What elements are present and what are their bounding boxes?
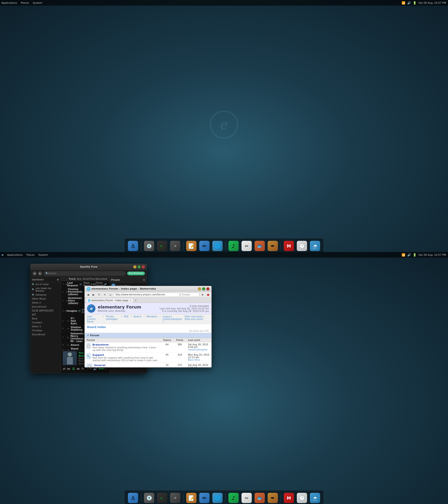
dock-clock-bottom[interactable]: 🕐 (296, 492, 308, 504)
brainstorm-icon: 📋 (87, 343, 90, 349)
panel-system-2[interactable]: System (38, 253, 48, 256)
dock-app8-bottom[interactable]: ✂ (241, 492, 253, 504)
sidebar-item-other-music[interactable]: Other Music (31, 297, 61, 301)
view-your-posts-link[interactable]: View your posts (185, 318, 203, 320)
sidebar-item-jack-johnson[interactable]: Jack Johnson (31, 305, 61, 309)
panel-places-2[interactable]: Places (26, 253, 35, 256)
spotify-maximize-btn[interactable]: □ (137, 265, 141, 269)
dock-clock-top[interactable]: 🕐 (296, 240, 308, 252)
forum-home-btn[interactable]: ⌂ (108, 292, 113, 297)
prev-btn[interactable]: ⏮ (67, 367, 70, 371)
dock-codeeditor-top[interactable]: ✏ (198, 240, 211, 252)
people-close-btn[interactable]: × (143, 278, 145, 282)
forum-back-btn[interactable]: ◀ (86, 292, 90, 297)
panel-applications-1[interactable]: Applications (1, 1, 17, 4)
forum-tab-close[interactable]: × (129, 299, 131, 302)
sidebar-item-soundtrack[interactable]: Soundtrack (31, 332, 61, 337)
dock-calc-top[interactable]: # (169, 240, 181, 252)
forum-bookmark-btn[interactable]: ★ (200, 292, 205, 297)
forum-close-btn[interactable]: × (206, 287, 210, 290)
nav-user-cp[interactable]: User Control Panel (87, 315, 101, 323)
spotify-forward-btn[interactable]: ▶ (38, 271, 42, 276)
panel-system-1[interactable]: System (33, 1, 42, 4)
forum-tab-main[interactable]: 🌐 elementary Forum - Index page × (86, 298, 133, 303)
next-btn[interactable]: ⏭ (77, 367, 80, 371)
dock-weather-top[interactable]: ☁ 13°C (309, 240, 321, 252)
nav-search[interactable]: Search (133, 315, 141, 323)
dock-browser-top[interactable]: 🌐 (211, 240, 224, 252)
forum-row-general[interactable]: 💬 General Post anything here, elementary… (85, 363, 211, 367)
forum-minimize-btn[interactable]: − (198, 287, 201, 290)
dock-browser-bottom[interactable]: 🌐 (211, 492, 224, 504)
dock-texteditor-top[interactable]: 📝 (185, 240, 197, 252)
dock-anchor-bottom[interactable]: ⚓ (127, 492, 139, 504)
nav-private-msgs[interactable]: Private messages (106, 315, 119, 323)
forum-search-box[interactable]: Google (180, 293, 199, 297)
dock-spotify-top[interactable]: ♪ (228, 240, 240, 252)
nav-faq[interactable]: FAQ (124, 315, 128, 323)
nav-logout[interactable]: Logout [ mysterydesigner ] (163, 315, 183, 323)
forum-forward-btn[interactable]: ▶ (91, 292, 96, 297)
dock-weather-bottom[interactable]: ☁ 13°C (309, 492, 321, 504)
sidebar-item-dreams[interactable]: 🔍 you make my dreams (31, 286, 61, 293)
dock-gmail-top[interactable]: M (283, 240, 295, 252)
dock-spotify-bottom[interactable]: ♪ (228, 492, 240, 504)
gmail-icon-top: M (284, 241, 294, 251)
dock-disk-top[interactable]: 💽 (143, 240, 155, 252)
spotify-search-box[interactable]: 🔍 Search (44, 271, 126, 276)
spotify-minimize-btn[interactable]: − (133, 265, 137, 269)
dock-texteditor-bottom[interactable]: 📝 (185, 492, 197, 504)
forum-stop-btn[interactable]: ✕ (102, 292, 107, 297)
dock-codeeditor-bottom[interactable]: ✏ (198, 492, 211, 504)
sidebar-item-gcse[interactable]: GCSE ANTHOLOGY (31, 309, 61, 313)
dock-app8-top[interactable]: ✂ (241, 240, 253, 252)
dock-terminal-top[interactable]: >_ (156, 240, 168, 252)
add-playlist-btn[interactable]: + (56, 278, 59, 281)
dock-anchor-top[interactable]: ⚓ (127, 240, 139, 252)
dock-app10-bottom[interactable]: ✒ (267, 492, 279, 504)
spotify-buy-btn[interactable]: Buy Premium (127, 271, 145, 275)
sidebar-item-christian[interactable]: Christian (31, 328, 61, 332)
dock-calc-bottom[interactable]: # (169, 492, 181, 504)
forum-table: Forum Topics Posts Last post 📋 Brainstor… (85, 338, 211, 367)
sidebar-item-crackers[interactable]: Crackers (31, 321, 61, 324)
dock-terminal-bottom[interactable]: >_ (156, 492, 168, 504)
pause-btn[interactable]: ⏸ (72, 367, 75, 371)
view-new-posts-link[interactable]: View new posts (185, 315, 203, 318)
spotify-close-btn[interactable]: × (142, 265, 145, 269)
dock-app9-bottom[interactable]: 🐟 (254, 492, 266, 504)
sidebar-item-rock[interactable]: Rock (31, 317, 61, 321)
dock-app10-top[interactable]: ✒ (267, 240, 279, 252)
board-index-link[interactable]: Board index (87, 325, 106, 329)
forum-reload-btn[interactable]: ↻ (97, 292, 102, 297)
dock-disk-bottom[interactable]: 💽 (143, 492, 155, 504)
spotify-back-btn[interactable]: ◀ (33, 271, 37, 276)
support-name[interactable]: Support (92, 354, 159, 357)
volume-slider[interactable] (98, 368, 108, 369)
nav-members[interactable]: Members (146, 315, 157, 323)
shuffle-btn[interactable]: ⇄ (63, 367, 66, 371)
panel-applications-2[interactable]: Applications (7, 253, 23, 256)
nav-sep: | (203, 315, 204, 318)
panel-left-1: Applications Places System (0, 1, 42, 4)
new-tab-btn[interactable]: + (133, 298, 138, 303)
sidebar-item-other3[interactable]: Other 3 (31, 324, 61, 328)
sidebar-item-art-of-noise[interactable]: 🔍 art of noise (31, 282, 61, 286)
panel-places-1[interactable]: Places (21, 1, 29, 4)
forum-row-brainstorm[interactable]: 📋 Brainstorm Post ideas related to anyth… (85, 342, 211, 353)
sidebar-item-hairspray[interactable]: 🔍 hairspray (31, 293, 61, 297)
brainstorm-name[interactable]: Brainstorm (92, 343, 159, 346)
brainstorm-last-poster[interactable]: mysterydesigner (188, 348, 210, 351)
forum-row-support[interactable]: 🔧 Support Post here for support with any… (85, 353, 211, 363)
sidebar-item-other2[interactable]: Other 2 (31, 301, 61, 305)
forum-url-bar[interactable]: http://www.elementary-project.com/forum/ (114, 293, 180, 297)
forum-maximize-btn[interactable]: □ (202, 287, 205, 290)
sidebar-item-alt[interactable]: ALT (31, 313, 61, 317)
all-times-utc-top: All times are UTC (85, 329, 211, 333)
general-name[interactable]: General (94, 364, 148, 367)
dock-gmail-bottom[interactable]: M (283, 492, 295, 504)
repeat-btn[interactable]: ⟳ (81, 367, 84, 371)
support-last-poster[interactable]: Bass Ultra (188, 359, 210, 361)
dock-app9-top[interactable]: 🐟 (254, 240, 266, 252)
forum-red-btn[interactable]: ● (206, 292, 211, 297)
